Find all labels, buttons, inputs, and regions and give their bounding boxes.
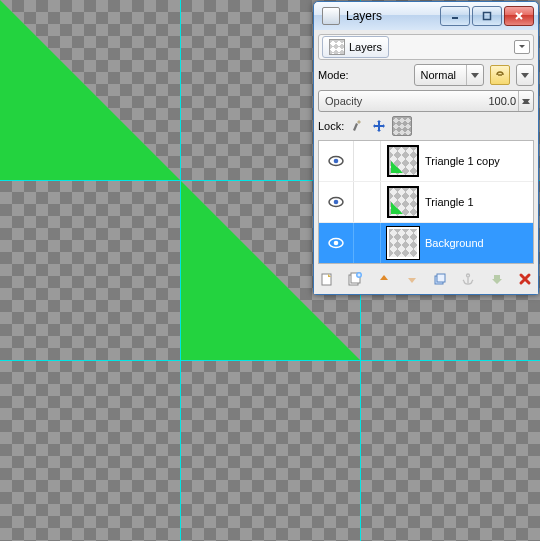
titlebar[interactable]: Layers [314,2,538,30]
opacity-slider[interactable]: Opacity 100.0 [318,90,534,112]
visibility-toggle[interactable] [319,141,354,181]
lock-label: Lock: [318,120,344,132]
delete-layer-button[interactable] [516,270,534,288]
minimize-button[interactable] [440,6,470,26]
svg-point-7 [334,241,339,246]
link-mode-button[interactable] [490,65,510,85]
close-button[interactable] [504,6,534,26]
maximize-button[interactable] [472,6,502,26]
visibility-toggle[interactable] [319,223,354,263]
svg-point-3 [334,159,339,164]
anchor-layer-button[interactable] [459,270,477,288]
tab-bar: Layers [318,34,534,60]
app-icon [322,7,340,25]
duplicate-layer-button[interactable] [431,270,449,288]
lock-pixels-button[interactable] [348,117,366,135]
layer-name[interactable]: Background [425,237,533,249]
layers-icon [329,39,345,55]
opacity-label: Opacity [319,95,488,107]
link-toggle[interactable] [354,141,381,181]
layer-list: Triangle 1 copyTriangle 1Background [318,140,534,264]
chevron-down-icon[interactable] [519,101,533,111]
guide-vertical[interactable] [180,0,181,541]
guide-horizontal[interactable] [0,360,540,361]
chevron-down-icon [517,65,533,85]
mode-extra-button[interactable] [516,64,534,86]
svg-point-5 [334,200,339,205]
link-toggle[interactable] [354,223,381,263]
layer-toolbar [318,268,534,290]
raise-layer-button[interactable] [375,270,393,288]
layer-thumbnail [387,145,419,177]
chevron-down-icon [466,65,483,85]
svg-rect-1 [484,13,491,20]
visibility-toggle[interactable] [319,182,354,222]
opacity-spinner[interactable] [518,91,533,111]
layer-thumbnail [387,227,419,259]
layer-thumbnail [387,186,419,218]
lock-position-button[interactable] [370,117,388,135]
tab-menu-button[interactable] [514,40,530,54]
layers-dialog: Layers Layers Mode: [313,1,539,295]
link-toggle[interactable] [354,182,381,222]
opacity-value: 100.0 [488,95,518,107]
layer-name[interactable]: Triangle 1 [425,196,533,208]
new-layer-group-button[interactable] [346,270,364,288]
layer-name[interactable]: Triangle 1 copy [425,155,533,167]
window-title: Layers [346,9,440,23]
mode-value: Normal [415,69,466,81]
svg-rect-13 [437,274,445,282]
merge-down-button[interactable] [488,270,506,288]
mode-combo[interactable]: Normal [414,64,484,86]
tab-layers[interactable]: Layers [322,36,389,58]
triangle-shape [0,0,180,180]
layer-row[interactable]: Triangle 1 copy [319,141,533,182]
lock-alpha-button[interactable] [392,116,412,136]
new-layer-button[interactable] [318,270,336,288]
layer-row[interactable]: Background [319,223,533,263]
layer-row[interactable]: Triangle 1 [319,182,533,223]
tab-label: Layers [349,41,382,53]
mode-label: Mode: [318,69,349,81]
lower-layer-button[interactable] [403,270,421,288]
